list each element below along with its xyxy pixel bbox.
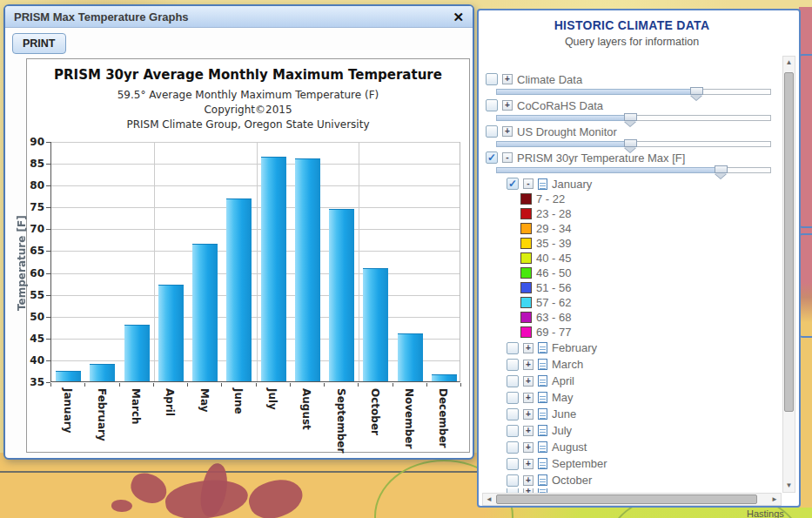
y-tick-label: 40 bbox=[23, 354, 44, 367]
checkbox[interactable] bbox=[507, 425, 519, 437]
sublayer-label: January bbox=[552, 178, 592, 191]
h-gridline bbox=[51, 251, 460, 252]
bar-august bbox=[295, 158, 320, 381]
x-tick-mark bbox=[187, 383, 188, 387]
y-tick-mark bbox=[46, 273, 50, 274]
checkbox[interactable] bbox=[507, 408, 519, 420]
expand-icon[interactable]: + bbox=[523, 459, 534, 469]
scroll-right-icon[interactable]: ► bbox=[768, 494, 781, 505]
opacity-slider-climate-data[interactable] bbox=[496, 87, 771, 98]
bar-april bbox=[158, 285, 184, 381]
legend-item: 29 - 34 bbox=[486, 221, 782, 236]
checkbox[interactable] bbox=[507, 178, 519, 190]
slider-fill bbox=[496, 141, 631, 147]
opacity-slider-cocorahs-data[interactable] bbox=[496, 113, 771, 124]
y-tick-mark bbox=[46, 295, 50, 296]
legend-item: 46 - 50 bbox=[486, 266, 782, 280]
panel-subtitle: Query layers for information bbox=[479, 36, 785, 48]
expand-icon[interactable]: + bbox=[523, 376, 534, 387]
slider-thumb[interactable] bbox=[624, 139, 637, 147]
checkbox[interactable] bbox=[486, 151, 498, 164]
opacity-slider-prism-30yr-temperature-max-f[interactable] bbox=[496, 165, 771, 176]
x-tick-label: May bbox=[198, 388, 211, 461]
sublayer-item-january[interactable]: -January bbox=[486, 176, 782, 192]
print-button[interactable]: PRINT bbox=[12, 33, 66, 54]
x-tick-mark bbox=[324, 383, 325, 387]
expand-icon[interactable]: + bbox=[523, 360, 534, 370]
legend-color-swatch bbox=[520, 223, 532, 234]
scroll-up-icon[interactable]: ▲ bbox=[783, 57, 795, 69]
sublayer-label: October bbox=[552, 474, 592, 487]
legend-color-swatch bbox=[520, 267, 532, 279]
sublayer-item-july[interactable]: +July bbox=[486, 422, 782, 439]
checkbox[interactable] bbox=[486, 99, 498, 111]
checkbox[interactable] bbox=[507, 441, 519, 454]
expand-icon[interactable]: + bbox=[502, 126, 513, 137]
sublayer-item-may[interactable]: +May bbox=[486, 389, 782, 406]
x-tick-label: October bbox=[369, 388, 381, 461]
horizontal-scrollbar-thumb[interactable] bbox=[496, 494, 757, 504]
slider-fill bbox=[496, 115, 631, 121]
sublayer-item-april[interactable]: +April bbox=[486, 373, 782, 389]
h-gridline bbox=[51, 142, 460, 143]
sublayer-item-october[interactable]: +October bbox=[486, 472, 782, 488]
sublayer-item-september[interactable]: +September bbox=[486, 455, 782, 472]
expand-icon[interactable]: + bbox=[502, 74, 513, 84]
checkbox[interactable] bbox=[507, 342, 519, 354]
slider-thumb[interactable] bbox=[690, 87, 703, 95]
scroll-down-icon[interactable]: ▼ bbox=[783, 480, 795, 492]
y-tick-label: 90 bbox=[23, 136, 44, 148]
y-tick-label: 45 bbox=[23, 333, 44, 345]
chart-attribution: PRISM Climate Group, Oregon State Univer… bbox=[27, 118, 469, 131]
legend-color-swatch bbox=[520, 326, 532, 338]
collapse-icon[interactable]: - bbox=[502, 152, 513, 163]
horizontal-scrollbar[interactable]: ◄ ► bbox=[482, 493, 782, 506]
expand-icon[interactable]: + bbox=[523, 426, 534, 436]
scroll-left-icon[interactable]: ◄ bbox=[483, 494, 495, 505]
x-tick-label: February bbox=[96, 388, 108, 461]
checkbox[interactable] bbox=[486, 125, 498, 138]
close-icon[interactable]: ✕ bbox=[453, 10, 464, 24]
y-tick-mark bbox=[46, 339, 50, 340]
sublayer-item-february[interactable]: +February bbox=[486, 340, 782, 356]
x-tick-label: January bbox=[62, 388, 74, 461]
checkbox[interactable] bbox=[507, 458, 519, 470]
collapse-icon[interactable]: - bbox=[523, 178, 534, 189]
slider-thumb[interactable] bbox=[715, 165, 728, 173]
opacity-slider-us-drought-monitor[interactable] bbox=[496, 139, 771, 150]
plot-area bbox=[50, 142, 460, 382]
map-relief-blob bbox=[111, 500, 132, 512]
expand-icon[interactable]: + bbox=[502, 100, 513, 111]
expand-icon[interactable]: + bbox=[523, 393, 534, 403]
checkbox[interactable] bbox=[507, 359, 519, 371]
layer-document-icon bbox=[538, 458, 547, 469]
sublayer-item-august[interactable]: +August bbox=[486, 439, 782, 455]
checkbox[interactable] bbox=[486, 73, 498, 85]
slider-thumb[interactable] bbox=[624, 113, 637, 121]
layer-item-cocorahs-data[interactable]: +CoCoRaHS Data bbox=[486, 98, 782, 113]
expand-icon[interactable]: + bbox=[523, 409, 534, 420]
x-tick-label: June bbox=[232, 388, 245, 461]
x-tick-label: July bbox=[266, 388, 278, 461]
layer-item-climate-data[interactable]: +Climate Data bbox=[486, 71, 782, 87]
layer-document-icon bbox=[538, 375, 547, 387]
expand-icon[interactable]: + bbox=[523, 442, 534, 453]
legend-range-label: 63 - 68 bbox=[536, 311, 571, 324]
legend-range-label: 40 - 45 bbox=[536, 252, 571, 265]
sublayer-label: August bbox=[552, 441, 587, 454]
sublayer-item-march[interactable]: +March bbox=[486, 356, 782, 373]
legend-range-label: 35 - 39 bbox=[536, 237, 571, 250]
y-tick-mark bbox=[46, 164, 50, 165]
sublayer-item-june[interactable]: +June bbox=[486, 406, 782, 422]
checkbox[interactable] bbox=[507, 375, 519, 387]
chart-copyright: Copyright©2015 bbox=[27, 104, 469, 116]
vertical-scrollbar-thumb[interactable] bbox=[784, 72, 794, 412]
dialog-titlebar[interactable]: PRISM Max Temperature Graphs ✕ bbox=[5, 6, 473, 28]
bar-november bbox=[398, 333, 423, 381]
checkbox[interactable] bbox=[507, 474, 519, 487]
checkbox[interactable] bbox=[507, 392, 519, 404]
expand-icon[interactable]: + bbox=[523, 343, 534, 353]
expand-icon[interactable]: + bbox=[523, 475, 534, 486]
vertical-scrollbar[interactable]: ▲ ▼ bbox=[782, 56, 795, 493]
x-tick-mark bbox=[153, 383, 154, 387]
